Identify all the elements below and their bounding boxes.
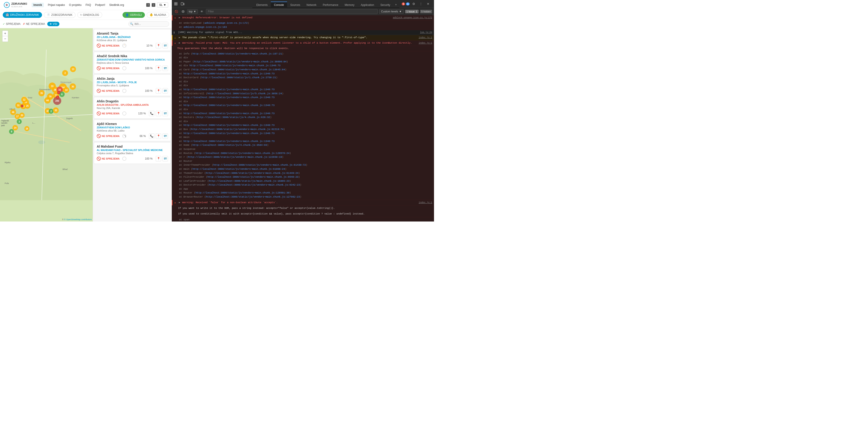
custom-levels-dropdown[interactable]: Custom levels ▼ [379, 9, 404, 14]
location-icon-3[interactable]: 📍 [156, 111, 161, 116]
map-area[interactable]: Ennswerden Villach Graz Karnten Triglavs… [0, 28, 93, 222]
map-cluster-28[interactable]: 9 [9, 129, 14, 134]
e2l10[interactable]: http://localhost:3000/static/js/vendors~… [184, 104, 275, 107]
tab-security[interactable]: Security [377, 2, 393, 8]
map-cluster-29[interactable]: 16 [24, 126, 29, 131]
nav-sledilnik[interactable]: Sledilnik.org [109, 3, 124, 6]
map-cluster-19[interactable]: 25 [24, 103, 30, 109]
search-input[interactable] [128, 21, 169, 27]
map-cluster-22[interactable]: 33 [53, 107, 59, 113]
tab-memory[interactable]: Memory [342, 2, 358, 8]
error-source-1[interactable]: adblock-onpage-icon-cs.js:172 [393, 17, 432, 19]
console-filter-button[interactable] [180, 9, 186, 14]
e2l25[interactable]: http://localhost:3000/static/js/vendors~… [209, 184, 300, 186]
e2l4[interactable]: http://localhost:3000/static/js/vendors~… [192, 68, 285, 71]
e2l14[interactable]: http://localhost:3000/static/js/vendors~… [191, 128, 283, 131]
console-filter-input[interactable] [206, 9, 378, 14]
e2l2[interactable]: http://localhost:3000/static/js/vendors~… [194, 60, 286, 63]
e2l11[interactable]: http://localhost:3000/static/js/vendors~… [184, 112, 275, 115]
map-cluster-13[interactable]: 12 [21, 97, 27, 103]
issues-badge[interactable]: 1 Issue: 1 [405, 10, 418, 13]
tab-elements[interactable]: Elements [253, 2, 271, 8]
expand-arrow-2[interactable]: ▶ [179, 41, 180, 44]
e2l24[interactable]: http://localhost:3000/static/js/main.chu… [209, 180, 289, 182]
hidden-badge[interactable]: 5 hidden [420, 10, 432, 13]
error2-source[interactable]: index.js:1 [418, 42, 432, 44]
e2l20[interactable]: http://localhost:3000/static/js/vendors~… [213, 164, 306, 166]
nav-faq[interactable]: FAQ [86, 3, 91, 6]
map-cluster-25[interactable]: 20 [19, 113, 25, 118]
tab-more-button[interactable]: » [393, 2, 399, 7]
filter-zobo[interactable]: 🦷 ZOBOZDRAVNIK [44, 12, 75, 18]
location-icon-1[interactable]: 📍 [156, 66, 161, 71]
card-icon-5[interactable]: 🪪 [162, 156, 168, 161]
map-cluster-23[interactable]: 46 [10, 109, 16, 115]
openstreetmap-link[interactable]: © OpenStreetMap contributors [64, 218, 92, 221]
devtools-close-button[interactable]: ✕ [425, 1, 431, 7]
devtools-inspect-button[interactable] [173, 1, 179, 7]
expand-arrow-warn1[interactable]: ▶ [179, 36, 180, 39]
e2l7[interactable]: http://localhost:3000/static/js/vendors~… [184, 88, 275, 91]
e2l27[interactable]: http://localhost:3000/static/js/vendors~… [206, 195, 300, 198]
zoom-out-button[interactable]: − [2, 36, 8, 41]
e2l9[interactable]: http://localhost:3000/static/js/vendors~… [184, 96, 275, 99]
nav-podpori[interactable]: Podpori! [95, 3, 105, 6]
link-1-1[interactable]: adblock-onpage-icon-cs.js:172 [204, 22, 248, 24]
e2l12[interactable]: http://localhost:3000/static/js/4.chunk.… [197, 116, 270, 119]
filter-druzinski[interactable]: 🏥 DRUŽINSKI ZDRAVNIK [3, 12, 42, 18]
nav-oprojektu[interactable]: O projektu [69, 3, 81, 6]
map-marker-red-3[interactable] [21, 105, 24, 107]
nav-prijavi[interactable]: Prijavi napako [48, 3, 65, 6]
filter-ginekolog[interactable]: ⚕ GINEKOLOG [77, 12, 102, 18]
hmr-source[interactable]: log.js:24 [420, 31, 432, 34]
e2l1[interactable]: http://localhost:3000/static/js/vendors~… [192, 53, 282, 55]
location-icon-5[interactable]: 📍 [156, 156, 161, 161]
e2l15[interactable]: http://localhost:3000/static/js/vendors~… [184, 132, 275, 135]
nav-imenik[interactable]: Imenik [32, 3, 44, 7]
warn1-source[interactable]: index.js:1 [418, 36, 432, 39]
map-cluster-26[interactable]: 3 [17, 119, 22, 124]
expand-arrow-3[interactable]: ▶ [179, 201, 180, 204]
twitter-icon[interactable]: t [152, 3, 155, 7]
location-icon-4[interactable]: 📍 [156, 133, 161, 139]
e2l26[interactable]: http://localhost:3000/static/js/vendors~… [195, 191, 289, 194]
devtools-device-button[interactable] [180, 1, 186, 7]
e2l6[interactable]: http://localhost:3000/static/js/1.chunk.… [202, 76, 276, 79]
e2l21[interactable]: http://localhost:3000/static/js/vendors~… [192, 168, 285, 170]
phone-icon-3[interactable]: 📞 [149, 111, 154, 116]
e2l22[interactable]: http://localhost:3000/static/js/vendors~… [206, 172, 298, 175]
card-icon-2[interactable]: 🪪 [162, 88, 168, 94]
e2l13[interactable]: http://localhost:3000/static/js/vendors~… [184, 124, 275, 127]
e2l19[interactable]: http://localhost:3000/static/js/vendors~… [188, 156, 282, 158]
location-icon-2[interactable]: 📍 [156, 88, 161, 94]
e2l23[interactable]: http://localhost:3000/static/js/vendors~… [207, 176, 298, 178]
expand-arrow-1[interactable]: ▶ [179, 16, 180, 19]
tab-performance[interactable]: Performance [320, 2, 342, 8]
phone-icon-4[interactable]: 📞 [149, 133, 154, 139]
e2l8[interactable]: http://localhost:3000/static/js/5.chunk.… [207, 92, 282, 95]
e2l5[interactable]: http://localhost:3000/static/js/vendors~… [184, 72, 275, 75]
devtools-more-button[interactable]: ⋮ [418, 1, 424, 7]
e2l18[interactable]: http://localhost:3000/static/js/vendors~… [195, 152, 289, 155]
location-icon-0[interactable]: 📍 [156, 43, 161, 49]
map-cluster-9[interactable]: 35 [38, 90, 45, 96]
filter-mladina[interactable]: 👶 MLADINA [147, 12, 169, 18]
e2l16[interactable]: http://localhost:3000/static/js/vendors~… [184, 140, 275, 143]
card-icon-3[interactable]: 🪪 [162, 111, 168, 116]
map-cluster-1[interactable]: 2 [62, 70, 68, 76]
link-1-2[interactable]: adblock-onpage-icon-cs.js:183 [184, 26, 227, 29]
lang-select[interactable]: SL ▼ [157, 2, 168, 7]
facebook-icon[interactable]: f [146, 3, 150, 7]
map-cluster-14[interactable]: 44 [44, 97, 51, 103]
card-icon-0[interactable]: 🪪 [162, 43, 168, 49]
status-vsi[interactable]: ❄ VSI [47, 22, 59, 26]
filter-odrasli[interactable]: 👤 ODRASLI [123, 12, 145, 18]
tab-network[interactable]: Network [303, 2, 320, 8]
status-sprejema[interactable]: ✓ SPREJEMA [3, 22, 21, 26]
console-clear-button[interactable]: 🚫 [174, 9, 179, 14]
map-cluster-5[interactable]: 30 [70, 84, 76, 90]
status-nesprejema[interactable]: ✗ NE SPREJEMA [23, 22, 45, 26]
map-cluster-8[interactable]: 14 [63, 87, 69, 93]
map-cluster-2[interactable]: 13 [70, 66, 76, 72]
tab-console[interactable]: Console [271, 2, 287, 8]
